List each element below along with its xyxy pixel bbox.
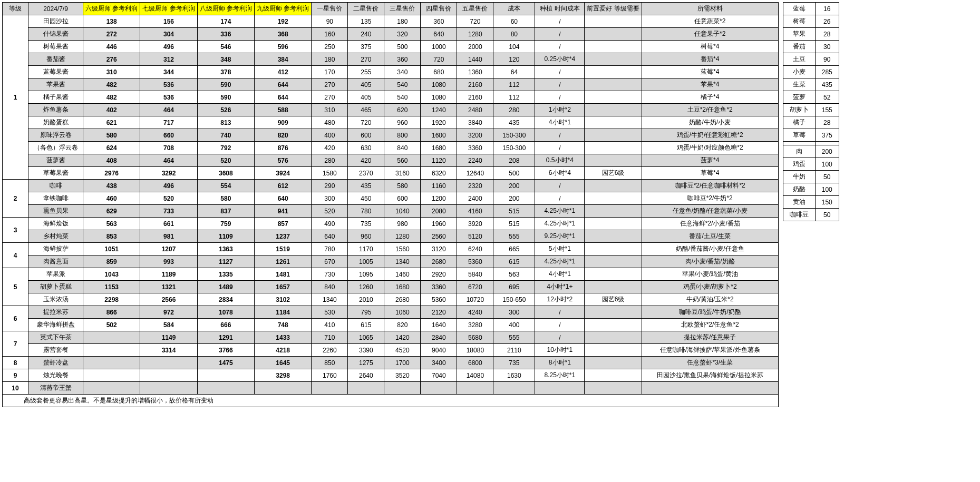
cell-p7: 156 bbox=[140, 15, 197, 28]
cell-prereq bbox=[585, 116, 642, 129]
cell-mat: 北欧螯虾*2/任意鱼*2 bbox=[642, 319, 778, 331]
cell-s4: 2680 bbox=[421, 255, 457, 268]
cell-s4: 2840 bbox=[421, 331, 457, 344]
ingredient-row: 苹果28 bbox=[783, 28, 839, 41]
table-row: 炸鱼薯条402464526588310465620124024802801小时*… bbox=[3, 104, 779, 116]
cell-s3: 180 bbox=[384, 15, 421, 28]
cell-p6: 438 bbox=[83, 180, 140, 192]
cell-p6: 1043 bbox=[83, 268, 140, 281]
cell-cost: 64 bbox=[493, 66, 535, 78]
cell-prereq bbox=[585, 243, 642, 255]
cell-plant: / bbox=[535, 66, 585, 78]
cell-prereq bbox=[585, 319, 642, 331]
header-profit8: 八级厨师 参考利润 bbox=[197, 3, 254, 15]
cell-s1: 310 bbox=[312, 104, 348, 116]
header-materials: 所需材料 bbox=[642, 3, 778, 15]
ingredient-value: 100 bbox=[815, 158, 839, 171]
recipe-table: 等级 2024/7/9 六级厨师 参考利润 七级厨师 参考利润 八级厨师 参考利… bbox=[2, 2, 779, 407]
table-row: 肉酱意面859993112712616701005134026805360615… bbox=[3, 255, 779, 268]
cell-p6: 580 bbox=[83, 129, 140, 142]
ingredient-name: 土豆 bbox=[783, 53, 815, 66]
cell-s4: 9040 bbox=[421, 344, 457, 357]
ingredient-name: 生菜 bbox=[783, 78, 815, 91]
cell-p7: 312 bbox=[140, 53, 197, 66]
cell-mat: 奶酪/牛奶/小麦 bbox=[642, 116, 778, 129]
cell-name: 苹果酱 bbox=[28, 78, 83, 91]
cell-p7: 536 bbox=[140, 78, 197, 91]
cell-plant: / bbox=[535, 78, 585, 91]
ingredient-value: 26 bbox=[815, 15, 839, 28]
cell-s3: 3520 bbox=[384, 369, 421, 382]
cell-s5: 1440 bbox=[457, 53, 493, 66]
ingredient-value: 375 bbox=[815, 129, 839, 142]
cell-plant: / bbox=[535, 331, 585, 344]
cell-prereq bbox=[585, 230, 642, 243]
cell-p8: 546 bbox=[197, 41, 254, 53]
cell-s1: 90 bbox=[312, 15, 348, 28]
cell-p9: 1433 bbox=[255, 331, 312, 344]
table-row: 5苹果派104311891335148173010951460292058405… bbox=[3, 268, 779, 281]
level-cell: 8 bbox=[3, 357, 28, 369]
cell-cost: 615 bbox=[493, 255, 535, 268]
cell-s4: 2920 bbox=[421, 268, 457, 281]
cell-s5: 4160 bbox=[457, 205, 493, 218]
cell-s4: 1920 bbox=[421, 116, 457, 129]
cell-s4: 1240 bbox=[421, 104, 457, 116]
cell-s4: 1640 bbox=[421, 319, 457, 331]
ingredient-name: 番茄 bbox=[783, 41, 815, 53]
cell-name: 草莓果酱 bbox=[28, 167, 83, 180]
cell-p7: 1149 bbox=[140, 331, 197, 344]
cell-s4: 6320 bbox=[421, 167, 457, 180]
table-row: 树莓果酱44649654659625037550010002000104/树莓*… bbox=[3, 41, 779, 53]
ingredient-row bbox=[783, 142, 839, 145]
cell-s4: 1200 bbox=[421, 192, 457, 205]
ingredient-name: 肉 bbox=[783, 145, 815, 158]
cell-s2: 405 bbox=[348, 78, 384, 91]
cell-p8: 3766 bbox=[197, 344, 254, 357]
cell-p9: 3298 bbox=[255, 369, 312, 382]
header-star5: 五星售价 bbox=[457, 3, 493, 15]
cell-p8: 1109 bbox=[197, 230, 254, 243]
ingredient-name: 菠萝 bbox=[783, 91, 815, 104]
cell-p9: 640 bbox=[255, 192, 312, 205]
table-row: 菠萝酱408464520576280420560112022402080.5小时… bbox=[3, 154, 779, 167]
cell-plant: 4.25小时*1 bbox=[535, 255, 585, 268]
cell-s1: 730 bbox=[312, 268, 348, 281]
cell-s2: 375 bbox=[348, 41, 384, 53]
cell-p6: 482 bbox=[83, 91, 140, 104]
ingredient-row: 胡萝卜155 bbox=[783, 104, 839, 116]
cell-s2 bbox=[348, 382, 384, 395]
cell-s3: 820 bbox=[384, 319, 421, 331]
ingredient-row: 生菜435 bbox=[783, 78, 839, 91]
header-star1: 一星售价 bbox=[312, 3, 348, 15]
level-cell: 4 bbox=[3, 243, 28, 268]
cell-name: 胡萝卜蛋糕 bbox=[28, 281, 83, 293]
cell-mat: 番茄*4 bbox=[642, 53, 778, 66]
cell-s5: 1280 bbox=[457, 28, 493, 41]
cell-s1: 710 bbox=[312, 331, 348, 344]
cell-p7: 496 bbox=[140, 41, 197, 53]
cell-s3: 320 bbox=[384, 28, 421, 41]
ingredient-row: 番茄30 bbox=[783, 41, 839, 53]
cell-mat bbox=[642, 382, 778, 395]
cell-s3: 340 bbox=[384, 66, 421, 78]
cell-s2: 1065 bbox=[348, 331, 384, 344]
cell-p8: 526 bbox=[197, 104, 254, 116]
table-row: 苹果酱48253659064427040554010802160112/苹果*4 bbox=[3, 78, 779, 91]
cell-s4: 7040 bbox=[421, 369, 457, 382]
cell-s2: 2370 bbox=[348, 167, 384, 180]
cell-s2: 240 bbox=[348, 28, 384, 41]
table-row: 熏鱼贝果6297338379415207801040208041605154.2… bbox=[3, 205, 779, 218]
cell-p9: 857 bbox=[255, 218, 312, 230]
cell-p7: 972 bbox=[140, 306, 197, 319]
ingredient-row: 菠萝52 bbox=[783, 91, 839, 104]
cell-p8: 813 bbox=[197, 116, 254, 129]
cell-p9: 1481 bbox=[255, 268, 312, 281]
ingredient-value: 28 bbox=[815, 116, 839, 129]
cell-s5: 3360 bbox=[457, 142, 493, 154]
cell-s5: 4240 bbox=[457, 306, 493, 319]
cell-s3: 1700 bbox=[384, 357, 421, 369]
table-row: 玉米浓汤229825662834310213402010268053601072… bbox=[3, 293, 779, 306]
cell-p8: 1291 bbox=[197, 331, 254, 344]
cell-s2: 630 bbox=[348, 142, 384, 154]
